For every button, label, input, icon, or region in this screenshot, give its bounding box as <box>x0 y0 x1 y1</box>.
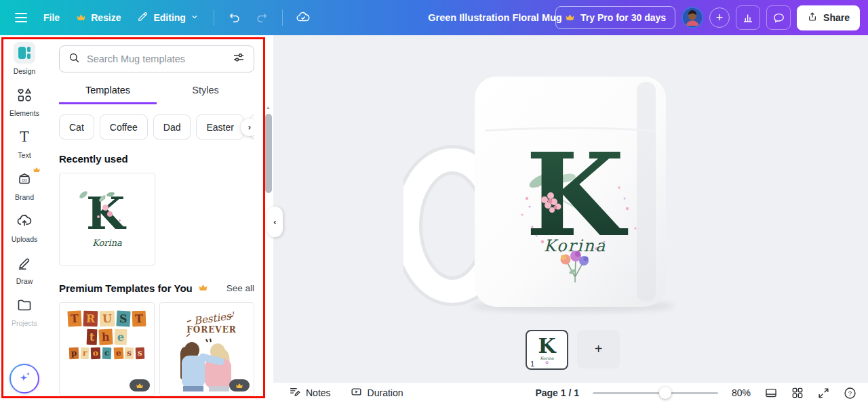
share-label: Share <box>823 12 850 23</box>
sidebar-item-projects[interactable]: Projects <box>3 294 46 327</box>
file-menu-button[interactable]: File <box>37 7 66 28</box>
avatar[interactable] <box>682 7 703 28</box>
pages-row: K Korina ✿ 1 + <box>526 330 620 370</box>
try-pro-label: Try Pro for 30 days <box>580 12 666 23</box>
crown-icon <box>198 282 208 294</box>
monogram-letter: K <box>86 191 125 236</box>
cloud-saved-icon <box>291 5 315 30</box>
trust-tile-letter: T <box>132 311 146 327</box>
redo-icon[interactable] <box>250 5 274 30</box>
sidebar-item-label: Uploads <box>12 235 38 243</box>
premium-templates-grid: TRUSTtheprocess Besties' FOREVER <box>59 302 254 396</box>
trust-tile-letter: S <box>117 311 131 327</box>
trust-tile-letter: o <box>91 347 101 359</box>
duration-button[interactable]: Duration <box>350 385 403 400</box>
premium-template-trust-the-process[interactable]: TRUSTtheprocess <box>59 302 155 396</box>
trust-tile-letter: e <box>114 329 127 345</box>
insights-chart-icon[interactable] <box>736 5 760 30</box>
try-pro-button[interactable]: Try Pro for 30 days <box>555 6 675 29</box>
duration-icon <box>350 385 363 400</box>
text-icon: T <box>14 126 35 148</box>
mug-mockup[interactable]: K Korina <box>403 71 675 318</box>
crown-icon <box>565 12 575 23</box>
sidebar-item-elements[interactable]: Elements <box>3 84 46 117</box>
sparkle-icon <box>16 370 33 388</box>
mug-monogram-design[interactable]: K Korina <box>521 128 637 282</box>
undo-icon[interactable] <box>222 5 247 30</box>
upload-cloud-icon <box>14 210 35 232</box>
zoom-slider[interactable] <box>593 387 718 399</box>
resize-label: Resize <box>91 12 121 23</box>
search-icon <box>68 51 81 67</box>
design-title[interactable]: Green Illustration Floral Mug <box>428 12 561 23</box>
premium-template-besties-forever[interactable]: Besties' FOREVER <box>159 302 255 396</box>
premium-title: Premium Templates for You <box>59 282 193 294</box>
editing-mode-button[interactable]: Editing <box>130 5 205 30</box>
sidebar-item-text[interactable]: T Text <box>3 126 46 159</box>
file-label: File <box>43 12 60 23</box>
collapse-panel-button[interactable]: ‹ <box>267 207 283 237</box>
tab-templates[interactable]: Templates <box>59 75 157 104</box>
canva-app: File Resize Editing Green Illustration F… <box>0 0 868 403</box>
topbar-left-group: File Resize Editing <box>8 5 315 30</box>
zoom-slider-track[interactable] <box>593 392 718 394</box>
design-icon <box>14 42 35 64</box>
scroll-up-arrow-icon[interactable]: ▲ <box>266 105 271 110</box>
panel-scrollbar[interactable] <box>265 114 272 193</box>
design-canvas[interactable]: K Korina <box>273 35 868 403</box>
sidebar-item-label: Elements <box>9 109 39 117</box>
fullscreen-icon[interactable] <box>817 387 830 400</box>
page-thumbnail-artwork: K Korina ✿ <box>538 336 555 364</box>
trust-tile-letter: e <box>113 347 123 360</box>
comments-icon[interactable] <box>766 5 791 30</box>
topbar: File Resize Editing Green Illustration F… <box>0 0 868 35</box>
present-icon[interactable] <box>764 386 778 400</box>
help-icon[interactable]: ? <box>843 386 857 400</box>
pencil-icon <box>137 11 149 24</box>
share-button[interactable]: Share <box>797 5 860 30</box>
zoom-level: 80% <box>732 387 751 398</box>
menu-icon[interactable] <box>8 6 34 29</box>
tab-styles[interactable]: Styles <box>157 75 254 104</box>
page-indicator: Page 1 / 1 <box>535 387 579 398</box>
chip-easter[interactable]: Easter <box>196 114 243 140</box>
see-all-link[interactable]: See all <box>226 283 254 293</box>
chip-cat[interactable]: Cat <box>59 114 94 140</box>
add-page-button[interactable]: + <box>577 330 620 368</box>
bouquet-dots: ✿ <box>538 360 555 364</box>
monogram-letter: K <box>538 336 555 356</box>
editing-label: Editing <box>153 12 185 23</box>
page-1-thumbnail[interactable]: K Korina ✿ 1 <box>526 330 568 370</box>
sidebar-item-draw[interactable]: Draw <box>3 252 46 285</box>
magic-assistant-button[interactable] <box>9 364 39 394</box>
sidebar-item-label: Draw <box>16 277 33 285</box>
templates-panel: Templates Styles Cat Coffee Dad Easter D… <box>49 35 273 403</box>
topbar-right-group: Try Pro for 30 days + Share <box>555 5 860 30</box>
brand-icon: co <box>14 168 35 190</box>
recent-template-card[interactable]: K Korina <box>59 173 155 266</box>
notes-button[interactable]: Notes <box>288 385 331 400</box>
sidebar-item-label: Design <box>14 67 36 75</box>
resize-button[interactable]: Resize <box>69 7 127 28</box>
duration-label: Duration <box>368 387 403 398</box>
premium-crown-badge <box>229 379 250 391</box>
topbar-divider <box>282 9 283 26</box>
trust-tile-letter: r <box>81 347 90 360</box>
add-member-icon[interactable]: + <box>709 7 730 28</box>
trust-tile-letter: s <box>136 347 144 359</box>
trust-the-process-artwork: TRUSTtheprocess <box>60 311 154 359</box>
sidebar-item-design[interactable]: Design <box>3 42 46 75</box>
chevron-right-icon[interactable]: › <box>241 119 254 136</box>
search-box[interactable] <box>59 45 254 72</box>
sidebar-item-brand[interactable]: co Brand <box>3 168 46 201</box>
sidebar-item-uploads[interactable]: Uploads <box>3 210 46 243</box>
grid-view-icon[interactable] <box>791 386 804 400</box>
chip-coffee[interactable]: Coffee <box>100 114 148 140</box>
search-input[interactable] <box>87 54 226 64</box>
sidebar-item-label: Text <box>18 151 31 159</box>
filter-icon[interactable] <box>232 51 245 67</box>
chip-dad[interactable]: Dad <box>153 114 191 140</box>
crown-icon <box>76 12 86 23</box>
footer-view-icons: ? <box>764 386 857 400</box>
zoom-slider-thumb[interactable] <box>659 387 671 399</box>
